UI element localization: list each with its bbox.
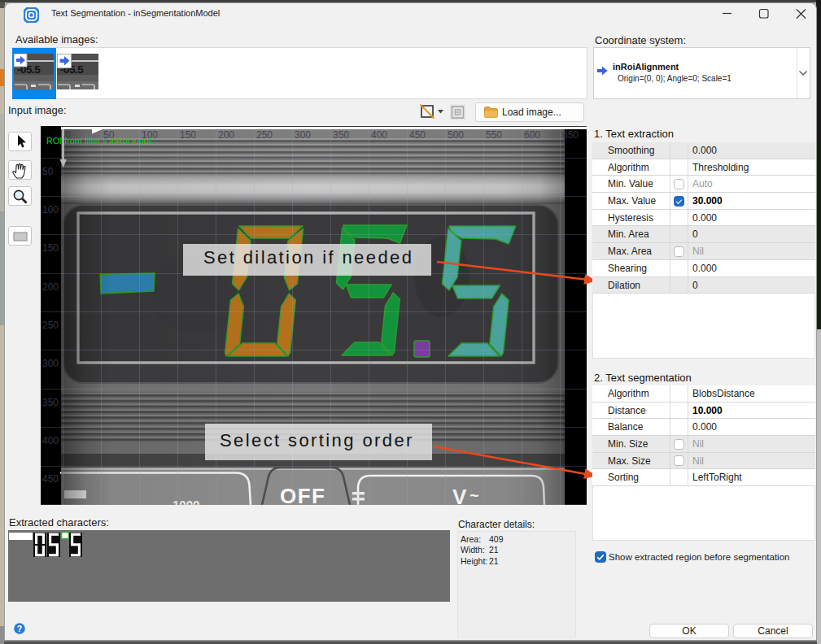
svg-text:600: 600 xyxy=(524,129,540,141)
svg-text:150: 150 xyxy=(42,242,59,254)
svg-text:150: 150 xyxy=(180,129,196,141)
svg-text:650: 650 xyxy=(562,129,579,141)
svg-text:450: 450 xyxy=(42,473,59,485)
svg-text:?: ? xyxy=(17,624,22,633)
svg-text:350: 350 xyxy=(42,397,59,408)
svg-text:200: 200 xyxy=(42,281,59,293)
svg-text:300: 300 xyxy=(42,358,59,369)
svg-text:550: 550 xyxy=(486,129,502,141)
svg-text:300: 300 xyxy=(295,129,311,141)
svg-text:200: 200 xyxy=(218,129,234,141)
svg-text:500: 500 xyxy=(448,129,464,141)
svg-text:250: 250 xyxy=(256,129,273,141)
svg-text:100: 100 xyxy=(42,204,59,215)
svg-text:50: 50 xyxy=(42,166,54,177)
svg-text:400: 400 xyxy=(371,129,387,141)
svg-text:450: 450 xyxy=(409,129,426,141)
svg-text:350: 350 xyxy=(333,129,349,141)
svg-text:250: 250 xyxy=(42,320,59,331)
svg-text:400: 400 xyxy=(42,435,59,446)
